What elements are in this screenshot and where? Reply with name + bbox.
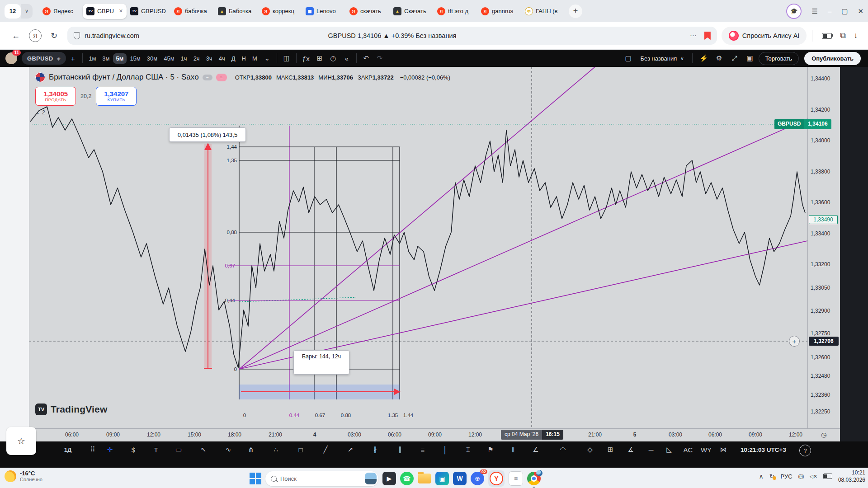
parallel-channel-icon[interactable]: ∥ [398, 446, 402, 454]
timeframe-button[interactable]: 45м [160, 53, 177, 64]
timeframe-button[interactable]: 4ч [216, 53, 228, 64]
drag-handle-icon[interactable]: ⠿ [90, 446, 95, 454]
browser-tab[interactable]: gannrus [477, 4, 521, 19]
timeframe-button[interactable]: 15м [127, 53, 143, 64]
refresh-button[interactable]: ↻ [51, 31, 57, 41]
browser-tab[interactable]: бабочка [170, 4, 214, 19]
chart-style-icon[interactable]: ◫ [280, 54, 293, 62]
sync-tray-icon[interactable]: ↻ [769, 473, 775, 480]
tab-counter[interactable]: 12 [5, 4, 21, 19]
range-selector[interactable]: 1Д [64, 446, 72, 453]
layout-name-menu[interactable]: Без названия ∨ [637, 55, 688, 62]
browser-tab[interactable]: Яндекс [39, 4, 83, 19]
hidden-icons-chevron[interactable]: ∧ [759, 473, 764, 480]
restore-button[interactable]: ▢ [841, 7, 848, 15]
minimize-button[interactable]: – [828, 7, 831, 15]
timezone-clock-icon[interactable]: ◷ [821, 431, 826, 438]
publish-button[interactable]: Опубликовать [804, 52, 861, 65]
timeframe-button[interactable]: 1м [85, 53, 99, 64]
timeframe-button[interactable]: 5м [113, 53, 127, 64]
brush-tool-icon[interactable]: ∿ [226, 446, 231, 454]
start-button[interactable] [250, 473, 261, 484]
sell-button[interactable]: 1,34005 ПРОДАТЬ [35, 87, 76, 106]
buy-button[interactable]: 1,34207 КУПИТЬ [96, 87, 137, 106]
browser-tab[interactable]: tft это д [434, 4, 477, 19]
layout-icon[interactable]: ▢ [622, 54, 635, 62]
url-text[interactable]: ru.tradingview.com [85, 32, 139, 39]
taskbar-search[interactable]: Поиск [265, 471, 378, 486]
browser-tab[interactable]: коррекц [258, 4, 302, 19]
chart-title[interactable]: Британский фунт / Доллар США · 5 · Saxo [49, 73, 199, 82]
browser-tab[interactable]: скачать [346, 4, 390, 19]
timeframe-button[interactable]: 2ч [190, 53, 203, 64]
alert-icon[interactable]: ◷ [326, 54, 340, 62]
taskbar-clock[interactable]: 10:21 08.03.2026 [838, 469, 865, 483]
trend-angle-icon[interactable]: ∡ [627, 446, 633, 454]
wifi-icon[interactable]: ((·)) [798, 474, 804, 479]
profile-avatar-icon[interactable]: 🎓 [786, 4, 802, 19]
cypher-pattern-icon[interactable]: ⋈ [720, 446, 727, 454]
trend-line-tool-icon[interactable]: ╱ [323, 446, 327, 454]
horizontal-ray-icon[interactable]: ─ [649, 446, 654, 454]
trade-button[interactable]: Торговать [759, 52, 799, 65]
yandex-home-icon[interactable]: Я [29, 29, 42, 42]
symbol-detail-icon[interactable]: ◈ [57, 56, 61, 61]
undo-icon[interactable]: ↶ [359, 54, 373, 62]
redo-icon[interactable]: ↷ [373, 54, 387, 62]
tab-list-chevron-icon[interactable]: ∨ [21, 4, 33, 19]
gann-fan-line[interactable] [239, 119, 807, 369]
language-indicator[interactable]: РУС [781, 473, 793, 480]
indicators-icon[interactable]: ƒx [299, 55, 313, 62]
xabcd-pattern-icon[interactable]: AC [684, 446, 693, 454]
timeframe-button[interactable]: 1ч [178, 53, 190, 64]
vertical-line-icon[interactable]: │ [443, 446, 447, 454]
teal-dashed-segment[interactable] [239, 297, 356, 302]
pitchfork-tool-icon[interactable]: ⋔ [248, 446, 254, 454]
elliott-wave-icon[interactable]: WY [701, 446, 712, 454]
templates-grid-icon[interactable]: ⊞ [313, 54, 326, 62]
bookmark-icon[interactable] [704, 32, 711, 40]
back-button[interactable]: ← [12, 31, 20, 41]
browser-app-icon[interactable]: ⊕02 [471, 472, 484, 485]
text-tool-icon[interactable]: T [154, 446, 158, 454]
rectangle-tool-icon[interactable]: □ [298, 446, 302, 454]
browser-tab[interactable]: GBPUSD [127, 4, 170, 19]
legend-collapse[interactable]: ⌄ 2 [35, 109, 450, 116]
user-avatar[interactable]: 11 [5, 52, 17, 64]
pattern-tool-icon[interactable]: ∴ [274, 446, 278, 454]
horizontal-lines-icon[interactable]: ≡ [421, 446, 425, 454]
favorites-drawings-button[interactable]: ☆ [6, 427, 36, 455]
downloads-icon[interactable]: ↓ [854, 31, 858, 40]
browser-tab[interactable]: Скачать [390, 4, 434, 19]
yandex-browser-active[interactable]: Y [488, 470, 505, 487]
session-clock[interactable]: 10:21:03 UTC+3 [741, 446, 786, 453]
disjoint-channel-icon[interactable]: ∦ [373, 446, 377, 454]
protect-shield-icon[interactable] [74, 32, 80, 39]
power-saving-icon[interactable] [822, 33, 832, 39]
page-actions-icon[interactable]: ⋯ [690, 32, 697, 40]
browser-tab[interactable]: GBPU ✕ [83, 4, 127, 19]
timeframe-button[interactable]: 3м [99, 53, 113, 64]
quick-search-icon[interactable]: ⚡ [697, 54, 711, 62]
new-tab-button[interactable]: + [569, 5, 582, 18]
chrome-icon[interactable] [527, 472, 541, 485]
fan-lines-icon[interactable]: ∠ [533, 446, 538, 454]
close-button[interactable]: ✕ [858, 7, 863, 15]
browser-tab[interactable]: ГАНН (в [521, 4, 565, 19]
price-label-tool-icon[interactable]: $ [132, 446, 135, 454]
symbol-search-button[interactable]: GBPUSD ◈ [22, 52, 66, 65]
media-app-icon[interactable]: ▶ [382, 472, 396, 485]
flag-tool-icon[interactable]: ⚑ [487, 446, 493, 454]
polyline-tool-icon[interactable]: ↗ [348, 446, 354, 454]
flag-symbol-icon[interactable]: ≈ [216, 74, 227, 81]
weather-widget[interactable]: -16°C Солнечно [5, 470, 42, 482]
browser-tab[interactable]: Lenovo [302, 4, 346, 19]
crosshair-mode-icon[interactable]: ✛ [107, 446, 113, 454]
ask-alice-button[interactable]: Спросить Алису AI [722, 27, 807, 45]
snapshot-camera-icon[interactable]: ▣ [743, 54, 757, 62]
photos-app-icon[interactable]: ▣ [435, 472, 449, 485]
settings-gear-icon[interactable]: ⚙ [712, 54, 726, 62]
browser-tab[interactable]: Бабочка [214, 4, 258, 19]
ellipse-tool-icon[interactable]: ◇ [587, 446, 593, 454]
price-range-icon[interactable]: ⌶ [466, 446, 470, 454]
